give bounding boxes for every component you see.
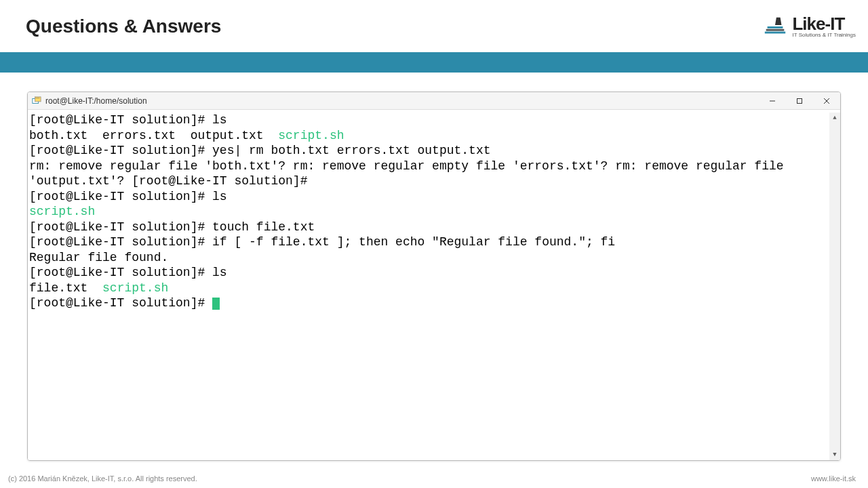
window-controls: [759, 92, 840, 109]
scrollbar[interactable]: ▲ ▼: [829, 113, 840, 460]
prompt: [root@Like-IT solution]#: [29, 266, 212, 279]
file-name: both.txt errors.txt output.txt: [29, 129, 278, 142]
scroll-up-icon[interactable]: ▲: [829, 113, 840, 123]
copyright-text: (c) 2016 Marián Knězek, Like-IT, s.r.o. …: [8, 474, 197, 483]
svg-rect-2: [768, 26, 783, 28]
close-icon: [823, 98, 830, 104]
output-text: Regular file found.: [29, 251, 168, 264]
minimize-icon: [769, 98, 776, 104]
putty-icon: [32, 96, 41, 106]
command-text: ls: [212, 113, 227, 127]
executable-file: script.sh: [29, 205, 95, 218]
books-icon: [762, 14, 788, 39]
window-title: root@Like-IT:/home/solution: [45, 96, 147, 106]
maximize-button[interactable]: [786, 92, 813, 109]
prompt: [root@Like-IT solution]#: [29, 113, 212, 127]
logo-name: Like-IT: [792, 15, 856, 33]
scroll-down-icon[interactable]: ▼: [829, 449, 840, 460]
cursor: [212, 298, 220, 310]
minimize-button[interactable]: [759, 92, 786, 109]
executable-file: script.sh: [278, 129, 344, 142]
command-text: if [ -f file.txt ]; then echo "Regular f…: [212, 235, 615, 249]
footer-url: www.like-it.sk: [811, 474, 856, 483]
svg-rect-4: [35, 96, 41, 101]
prompt: [root@Like-IT solution]#: [29, 144, 212, 157]
command-text: yes| rm both.txt errors.txt output.txt: [212, 144, 490, 157]
svg-rect-1: [766, 28, 785, 30]
page-header: Questions & Answers Like-IT IT Solutions…: [0, 0, 868, 52]
brand-logo: Like-IT IT Solutions & IT Trainings: [762, 14, 856, 39]
command-text: ls: [212, 266, 227, 279]
maximize-icon: [796, 98, 803, 104]
window-titlebar[interactable]: root@Like-IT:/home/solution: [28, 92, 840, 110]
prompt: [root@Like-IT solution]#: [29, 220, 212, 234]
command-text: touch file.txt: [212, 220, 315, 234]
svg-rect-0: [765, 31, 785, 33]
terminal-body[interactable]: [root@Like-IT solution]# ls both.txt err…: [28, 110, 840, 460]
prompt: [root@Like-IT solution]#: [29, 235, 212, 249]
terminal-window: root@Like-IT:/home/solution [root@Like-I…: [27, 92, 841, 461]
command-text: ls: [212, 190, 227, 203]
accent-bar: [0, 52, 868, 73]
file-name: file.txt: [29, 281, 102, 295]
executable-file: script.sh: [102, 281, 168, 295]
content-area: root@Like-IT:/home/solution [root@Like-I…: [0, 73, 868, 461]
prompt: [root@Like-IT solution]#: [29, 190, 212, 203]
logo-tagline: IT Solutions & IT Trainings: [792, 33, 856, 38]
page-title: Questions & Answers: [26, 16, 221, 37]
close-button[interactable]: [813, 92, 840, 109]
prompt: [root@Like-IT solution]#: [29, 296, 212, 310]
page-footer: (c) 2016 Marián Knězek, Like-IT, s.r.o. …: [0, 474, 868, 483]
output-text: rm: remove regular file 'both.txt'? rm: …: [29, 159, 791, 188]
svg-rect-7: [797, 98, 802, 103]
terminal-content[interactable]: [root@Like-IT solution]# ls both.txt err…: [28, 113, 829, 460]
